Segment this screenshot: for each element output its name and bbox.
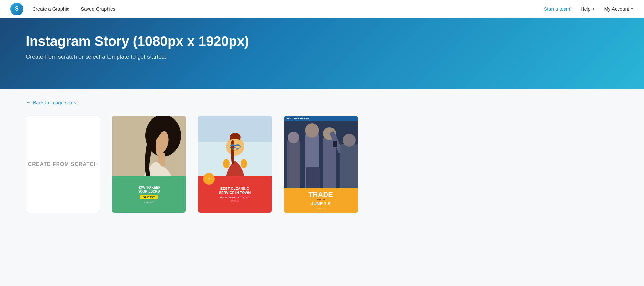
create-graphic-link[interactable]: Create a Graphic [32,6,69,12]
hair-photo-area [112,116,186,176]
template-hair-image: HOW TO KEEP YOUR LOCKS GLOSSY SNIPP.LY [112,116,186,213]
trade-sub: SHOW [317,198,325,201]
back-arrow-icon: ← [26,99,31,105]
hair-footer: SNIPP.LY [144,201,154,204]
trade-banner-text: VENTURE & DESIGN [286,117,309,120]
hair-title-line2: YOUR LOCKS [138,189,160,194]
svg-rect-21 [333,141,337,147]
my-account-label: My Account [604,6,629,12]
clean-person-svg [198,116,272,179]
hero-title: Instagram Story (1080px x 1920px) [26,34,618,49]
clean-photo-area: ★ [198,116,272,179]
trade-footer: SNIPP.LY [317,208,325,209]
scratch-label: CREATE FROM SCRATCH [26,116,100,213]
svg-point-8 [223,159,230,168]
template-grid: CREATE FROM SCRATCH [26,116,618,213]
start-team-link[interactable]: Start a team! [544,6,572,12]
template-card-hair[interactable]: HOW TO KEEP YOUR LOCKS GLOSSY SNIPP.LY [112,116,186,213]
svg-rect-18 [340,144,358,188]
trade-banner: VENTURE & DESIGN [284,116,358,121]
clean-title2: Service In Town [219,191,251,195]
trade-photo [284,121,358,188]
content-area: ← Back to image sizes CREATE FROM SCRATC… [0,89,644,286]
trade-dates: JUNE 1-6 [311,201,330,206]
hero-banner: Instagram Story (1080px x 1920px) Create… [0,18,644,89]
my-account-dropdown[interactable]: My Account ▼ [604,6,634,12]
trade-template: VENTURE & DESIGN [284,116,358,213]
clean-sub: BOOK WITH US TODAY! [220,196,250,199]
template-card-tradeshow[interactable]: VENTURE & DESIGN [284,116,358,213]
create-from-scratch-card[interactable]: CREATE FROM SCRATCH [26,116,100,213]
svg-point-9 [241,159,247,168]
hair-badge: GLOSSY [140,195,158,199]
nav-right: Start a team! Help ▼ My Account ▼ [544,6,634,12]
my-account-chevron-icon: ▼ [630,7,634,11]
saved-graphics-link[interactable]: Saved Graphics [81,6,115,12]
back-link-label: Back to image sizes [33,100,76,105]
clean-title1: Best Cleaning [220,187,249,191]
trade-people-svg [284,121,358,188]
trade-title: TRADE [308,191,333,198]
trade-bottom: TRADE SHOW JUNE 1-6 SNIPP.LY [284,188,358,213]
back-to-sizes-link[interactable]: ← Back to image sizes [26,99,76,105]
svg-point-14 [305,123,319,138]
template-tradeshow-image: VENTURE & DESIGN [284,116,358,213]
template-cleaning-image: ★ Best Cleaning Service In Town BOOK WIT… [198,116,272,213]
help-chevron-icon: ▼ [592,7,595,11]
logo-letter: S [15,5,19,12]
navbar: S Create a Graphic Saved Graphics Start … [0,0,644,18]
hair-person-svg [112,116,186,176]
svg-rect-11 [287,141,300,188]
hair-title-line1: HOW TO KEEP [138,185,161,189]
template-card-cleaning[interactable]: ★ Best Cleaning Service In Town BOOK WIT… [198,116,272,213]
help-dropdown[interactable]: Help ▼ [581,6,595,12]
clean-template: ★ Best Cleaning Service In Town BOOK WIT… [198,116,272,213]
svg-rect-20 [306,167,320,188]
logo-avatar[interactable]: S [10,3,23,15]
clean-badge: ★ [203,173,215,185]
svg-point-12 [288,132,299,143]
nav-links: Create a Graphic Saved Graphics [32,6,544,12]
help-label: Help [581,6,591,12]
hero-subtitle: Create from scratch or select a template… [26,54,618,60]
hair-template: HOW TO KEEP YOUR LOCKS GLOSSY SNIPP.LY [112,116,186,213]
hair-text-box: HOW TO KEEP YOUR LOCKS GLOSSY SNIPP.LY [112,176,186,213]
clean-footer: SNIPP.LY [231,200,239,202]
svg-point-19 [343,134,356,147]
